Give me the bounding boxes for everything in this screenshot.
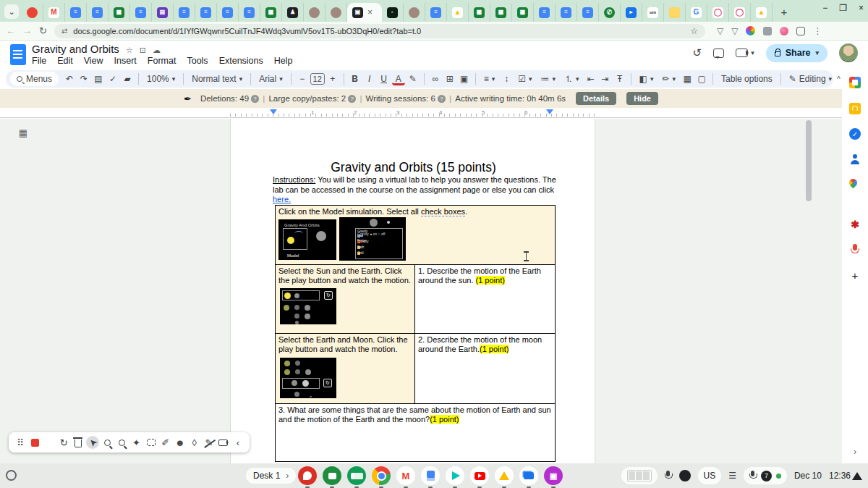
minimize-button[interactable]: − — [822, 3, 827, 13]
menu-edit[interactable]: Edit — [57, 56, 73, 66]
new-tab-button[interactable]: + — [775, 3, 793, 20]
pause-button[interactable] — [43, 436, 56, 449]
help-icon[interactable]: ? — [251, 95, 259, 103]
browser-tab[interactable]: ▸ — [621, 3, 642, 22]
browser-tab[interactable] — [404, 3, 425, 22]
increase-font-icon[interactable]: + — [326, 72, 339, 86]
move-folder-icon[interactable]: ⊡ — [140, 46, 146, 54]
browser-tab[interactable]: ▲ — [447, 3, 469, 22]
magic-cursor-tool[interactable]: ✦ — [130, 436, 143, 449]
drag-handle[interactable]: ⠿ — [14, 436, 27, 449]
table-options-button[interactable]: Table options — [718, 74, 776, 84]
numbered-list-icon[interactable]: ⒈▾ — [561, 73, 583, 85]
table-cell-sun-earth[interactable]: Select the Sun and the Earth. Click the … — [276, 265, 415, 333]
document-page[interactable]: Gravity and Orbits (15 points) Instructi… — [230, 119, 595, 463]
cursor-tool[interactable]: ➤ — [86, 436, 99, 449]
browser-tab[interactable]: ≡ — [65, 3, 87, 22]
right-indent-marker[interactable] — [546, 109, 553, 118]
files-app-icon[interactable] — [519, 466, 538, 485]
browser-tab[interactable]: ≡ — [239, 3, 260, 22]
decrease-indent-icon[interactable]: ⇤ — [584, 72, 597, 86]
hide-button[interactable]: Hide — [626, 92, 658, 105]
browser-tab[interactable]: ≡ — [195, 3, 217, 22]
calendar-icon[interactable] — [849, 77, 861, 88]
menu-file[interactable]: File — [32, 56, 46, 66]
font-select[interactable]: Arial▾ — [255, 74, 286, 84]
table-cell-q2[interactable]: 2. Describe the motion of the moon aroun… — [415, 334, 555, 403]
docs-app-icon[interactable] — [421, 466, 440, 485]
browser-tab[interactable]: ◯ — [707, 3, 729, 22]
styles-select[interactable]: Normal text▾ — [188, 74, 246, 84]
border-width-icon[interactable]: ▦ — [681, 72, 694, 86]
clear-formatting-icon[interactable]: Ŧ — [613, 72, 626, 86]
here-link[interactable]: here. — [273, 195, 291, 203]
zoom-tool[interactable] — [115, 436, 128, 449]
hide-annotations-tool[interactable]: ✎ — [203, 436, 216, 449]
browser-tab[interactable]: ≡ — [174, 3, 195, 22]
scrollbar-thumb[interactable] — [806, 120, 812, 201]
browser-tab[interactable]: ▤ — [152, 3, 174, 22]
restart-button[interactable]: ↻ — [57, 436, 70, 449]
playlist-icon[interactable]: ☰ — [728, 471, 736, 481]
video-call-button[interactable]: ▾ — [736, 49, 754, 57]
wallet-app-icon[interactable] — [347, 466, 366, 485]
redo-icon[interactable]: ↷ — [77, 72, 90, 86]
clock-area[interactable]: 12:36 — [829, 471, 862, 481]
browser-tab[interactable]: ≡ — [130, 3, 152, 22]
version-history-icon[interactable]: ↺ — [693, 46, 702, 59]
play-app-icon[interactable] — [446, 466, 464, 485]
zoom-follow-tool[interactable] — [101, 436, 114, 449]
delete-button[interactable] — [72, 436, 85, 449]
border-color-icon[interactable]: ✏▾ — [658, 74, 679, 84]
site-chip-icon[interactable]: ⇄ — [61, 27, 67, 35]
rainbow-extension-icon[interactable] — [746, 26, 755, 35]
browser-tab[interactable]: ▲ — [751, 3, 773, 22]
tasks-icon[interactable]: ✓ — [849, 128, 861, 140]
browser-tab[interactable]: ▪ — [382, 3, 404, 22]
browser-tab[interactable]: ▦ — [512, 3, 534, 22]
menu-dots-icon[interactable]: ⋮ — [813, 26, 822, 36]
table-cell-q1[interactable]: 1. Describe the motion of the Earth arou… — [415, 265, 555, 333]
table-cell-earth-moon[interactable]: Select the Earth and Moon. Click the pla… — [276, 334, 415, 403]
gmail-app-icon[interactable]: M — [396, 466, 415, 485]
collapse-toolbar[interactable]: ‹ — [231, 436, 244, 449]
image-icon[interactable]: ▣ — [458, 72, 471, 86]
avatar[interactable] — [839, 43, 858, 62]
browser-tab[interactable] — [326, 3, 347, 22]
highlight-icon[interactable]: ✎ — [407, 72, 420, 86]
spellcheck-icon[interactable]: ✓ — [106, 72, 119, 86]
undo-icon[interactable]: ↶ — [63, 72, 76, 86]
browser-tab[interactable]: um — [642, 3, 664, 22]
menu-insert[interactable]: Insert — [114, 56, 137, 66]
details-button[interactable]: Details — [576, 92, 616, 105]
browser-tab[interactable]: ◯ — [729, 3, 751, 22]
bulleted-list-icon[interactable]: ≔▾ — [537, 74, 560, 84]
asterisk-addon-icon[interactable]: ✱ — [849, 219, 861, 230]
drive-app-icon[interactable] — [495, 466, 514, 485]
canvas-app-icon[interactable] — [298, 466, 317, 485]
maps-icon[interactable] — [848, 177, 859, 189]
browser-tab[interactable]: ♟ — [282, 3, 304, 22]
recording-pill[interactable]: 7 — [744, 467, 787, 484]
browser-tab[interactable]: ≡ — [534, 3, 556, 22]
green-app-icon[interactable] — [323, 466, 341, 485]
region-select-tool[interactable] — [145, 436, 158, 449]
document-outline-icon[interactable]: ▦ — [16, 127, 30, 138]
menus-search-button[interactable]: Menus — [10, 72, 59, 86]
increase-indent-icon[interactable]: ⇥ — [599, 72, 612, 86]
align-icon[interactable]: ≡▾ — [480, 74, 499, 84]
launcher-icon[interactable] — [6, 470, 17, 481]
menu-tools[interactable]: Tools — [187, 56, 208, 66]
line-spacing-icon[interactable]: ↕ — [500, 72, 513, 86]
bookmark-star-icon[interactable]: ☆ — [690, 26, 698, 36]
reload-icon[interactable]: ↻ — [39, 25, 47, 36]
help-icon[interactable]: ? — [348, 95, 356, 103]
stop-record-button[interactable] — [28, 436, 41, 449]
menu-help[interactable]: Help — [274, 56, 293, 66]
mic-icon[interactable] — [665, 471, 672, 481]
browser-tab[interactable]: ✆ — [599, 3, 621, 22]
get-addons-icon[interactable]: + — [849, 269, 861, 281]
underline-icon[interactable]: U — [378, 72, 391, 86]
browser-tab[interactable]: ≡ — [87, 3, 109, 22]
screencast-app-icon[interactable]: ▣ — [544, 466, 563, 485]
